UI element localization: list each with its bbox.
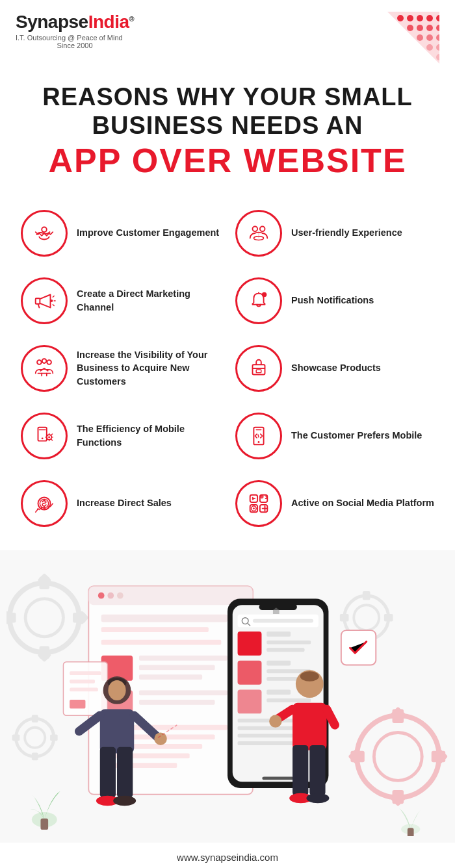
svg-point-80	[98, 592, 105, 598]
svg-rect-149	[40, 818, 48, 829]
svg-rect-110	[253, 619, 313, 622]
svg-marker-15	[387, 12, 439, 64]
megaphone-icon	[32, 288, 57, 313]
svg-rect-116	[266, 660, 291, 665]
svg-point-33	[258, 441, 260, 443]
svg-rect-125	[238, 741, 294, 745]
svg-point-137	[113, 795, 136, 806]
social-icons-icon	[246, 491, 271, 516]
title-line1: REASONS WHY YOUR SMALL BUSINESS NEEDS AN	[26, 83, 429, 140]
svg-point-82	[117, 592, 124, 598]
svg-rect-140	[292, 702, 326, 750]
svg-rect-151	[408, 828, 414, 836]
reason-social-media: Active on Social Media Platform	[228, 470, 442, 537]
direct-sales-icon-wrap	[21, 480, 68, 527]
svg-rect-106	[262, 776, 294, 780]
svg-point-31	[48, 436, 50, 438]
users-icon	[246, 221, 271, 246]
svg-rect-119	[238, 689, 262, 713]
coin-chart-icon	[32, 491, 57, 516]
reason-mobile-efficiency-text: The Efficiency of Mobile Functions	[77, 422, 220, 449]
customer-prefers-icon-wrap	[235, 413, 282, 459]
mobile-efficiency-icon-wrap	[21, 413, 68, 459]
svg-point-46	[10, 583, 79, 652]
reason-user-friendly-text: User-friendly Experience	[291, 226, 402, 239]
svg-point-56	[16, 719, 54, 756]
user-friendly-icon-wrap	[235, 210, 282, 257]
title-section: REASONS WHY YOUR SMALL BUSINESS NEEDS AN…	[0, 70, 455, 186]
svg-point-22	[262, 292, 267, 297]
logo-registered: ®	[129, 15, 135, 23]
svg-rect-115	[238, 660, 262, 684]
svg-point-37	[41, 507, 43, 509]
illustration-svg	[6, 563, 448, 836]
svg-rect-113	[266, 640, 311, 644]
reason-social-media-text: Active on Social Media Platform	[291, 496, 434, 509]
svg-rect-112	[266, 632, 291, 637]
svg-rect-130	[100, 709, 134, 753]
reason-improve-engagement-text: Improve Customer Engagement	[77, 226, 219, 239]
visibility-icon-wrap	[21, 345, 68, 392]
svg-point-25	[42, 359, 47, 363]
logo-since: Since 2000	[16, 42, 134, 49]
svg-point-47	[25, 598, 63, 636]
svg-rect-100	[70, 679, 95, 683]
svg-rect-114	[266, 648, 304, 652]
corner-decoration	[387, 12, 439, 64]
title-accent: APP OVER WEBSITE	[26, 142, 429, 179]
svg-rect-99	[70, 671, 101, 675]
svg-point-29	[42, 437, 44, 439]
svg-rect-120	[266, 689, 291, 695]
reason-visibility: Increase the Visibility of Your Business…	[13, 335, 228, 402]
handshake-icon	[32, 221, 57, 246]
svg-rect-27	[256, 369, 261, 372]
reason-push-notifications-text: Push Notifications	[291, 294, 374, 307]
push-notifications-icon-wrap	[235, 277, 282, 324]
svg-point-133	[154, 732, 166, 745]
svg-rect-118	[266, 677, 301, 681]
svg-rect-84	[101, 627, 209, 632]
logo-synapse: Synapse	[16, 12, 88, 32]
social-media-icon-wrap	[235, 480, 282, 527]
svg-point-36	[37, 508, 39, 510]
logo-india: India	[88, 12, 129, 32]
svg-rect-134	[100, 747, 116, 797]
svg-point-73	[354, 605, 379, 630]
svg-rect-91	[139, 690, 228, 695]
improve-engagement-icon-wrap	[21, 210, 68, 257]
svg-rect-59	[32, 752, 38, 760]
svg-rect-76	[340, 613, 349, 621]
svg-rect-121	[266, 698, 311, 702]
svg-point-81	[107, 592, 114, 598]
svg-rect-61	[50, 734, 58, 741]
footer: www.synapseindia.com	[0, 843, 455, 868]
svg-rect-144	[292, 745, 308, 796]
footer-url: www.synapseindia.com	[177, 852, 278, 863]
reason-direct-marketing-text: Create a Direct Marketing Channel	[77, 287, 220, 314]
illustration-section	[0, 550, 455, 843]
svg-point-39	[48, 505, 50, 507]
reason-mobile-efficiency: The Efficiency of Mobile Functions	[13, 402, 228, 470]
logo-area: SynapseIndia® I.T. Outsourcing @ Peace o…	[16, 12, 134, 49]
reason-customer-prefers-text: The Customer Prefers Mobile	[291, 429, 422, 442]
bell-icon	[246, 288, 271, 313]
svg-point-62	[357, 715, 439, 797]
logo-tagline: I.T. Outsourcing @ Peace of Mind	[16, 34, 134, 42]
svg-point-129	[108, 680, 125, 700]
svg-point-45	[253, 507, 255, 509]
svg-point-17	[253, 226, 258, 231]
svg-point-38	[44, 508, 46, 510]
svg-rect-58	[32, 715, 38, 722]
svg-point-24	[47, 360, 51, 364]
reason-direct-sales-text: Increase Direct Sales	[77, 496, 172, 509]
reason-showcase-text: Showcase Products	[291, 361, 381, 374]
svg-rect-74	[363, 591, 370, 600]
reason-visibility-text: Increase the Visibility of Your Business…	[77, 348, 220, 388]
svg-point-139	[300, 671, 319, 682]
reason-showcase: Showcase Products	[228, 335, 442, 402]
svg-point-147	[306, 793, 329, 803]
svg-point-23	[37, 360, 42, 364]
logo-text: SynapseIndia®	[16, 12, 134, 32]
reason-customer-prefers: The Customer Prefers Mobile	[228, 402, 442, 470]
svg-rect-123	[238, 726, 301, 730]
